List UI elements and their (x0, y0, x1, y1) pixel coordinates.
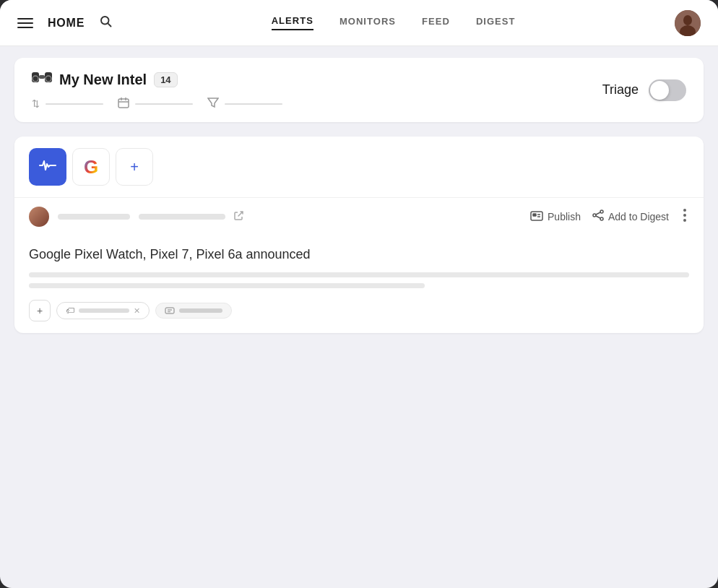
intel-left: My New Intel 14 ⇅ (32, 69, 282, 111)
tag-close-icon[interactable]: ✕ (134, 306, 140, 316)
svg-point-25 (683, 219, 686, 222)
article-card: G + (14, 137, 704, 333)
svg-line-21 (596, 212, 600, 215)
google-letter: G (84, 156, 98, 178)
sort-filter[interactable]: ⇅ (32, 98, 103, 109)
filter-line (225, 103, 282, 105)
triage-section: Triage (602, 79, 686, 101)
article-author-avatar (29, 207, 49, 227)
tag-item-1[interactable]: 🏷 ✕ (56, 302, 150, 319)
article-text-line-2 (29, 283, 425, 288)
home-label[interactable]: HOME (48, 17, 85, 30)
article-meta: Publish Add to Digest (14, 197, 704, 235)
add-to-digest-label: Add to Digest (608, 211, 669, 222)
more-options-button[interactable] (680, 209, 689, 225)
nav-feed[interactable]: FEED (422, 16, 450, 30)
filter-icon (207, 98, 219, 110)
add-source-button[interactable]: + (116, 148, 153, 186)
toggle-knob (650, 81, 669, 100)
header-left: HOME (17, 14, 112, 31)
avatar[interactable] (675, 10, 701, 36)
svg-point-23 (683, 209, 686, 212)
add-tag-button[interactable]: + (29, 300, 51, 321)
article-tags: + 🏷 ✕ (29, 300, 689, 321)
publish-label: Publish (548, 211, 581, 222)
tag-secondary-icon (165, 306, 175, 315)
svg-point-24 (683, 214, 686, 217)
intel-title: My New Intel (59, 72, 147, 88)
sort-line (46, 103, 103, 105)
nav-alerts[interactable]: ALERTS (272, 15, 313, 30)
article-body: Google Pixel Watch, Pixel 7, Pixel 6a an… (14, 235, 704, 333)
tag-text-line (79, 308, 129, 313)
card-sources: G + (14, 137, 704, 197)
nav-monitors[interactable]: MONITORS (339, 16, 396, 30)
publish-icon (530, 209, 543, 224)
search-icon[interactable] (99, 14, 112, 31)
article-actions: Publish Add to Digest (530, 209, 689, 225)
calendar-filter[interactable] (118, 97, 193, 111)
svg-rect-26 (165, 308, 174, 314)
nav-digest[interactable]: DIGEST (476, 16, 516, 30)
binoculars-icon (32, 69, 52, 90)
main-content: G + (0, 122, 718, 588)
tag-item-2[interactable] (155, 303, 232, 319)
article-title: Google Pixel Watch, Pixel 7, Pixel 6a an… (29, 247, 689, 262)
source-pulse-icon[interactable] (29, 148, 66, 186)
publish-button[interactable]: Publish (530, 209, 581, 224)
app-container: HOME ALERTS MONITORS FEED DIGEST (0, 0, 718, 588)
add-to-digest-button[interactable]: Add to Digest (592, 209, 669, 224)
calendar-icon (118, 97, 129, 111)
article-date (139, 214, 225, 220)
hamburger-icon[interactable] (17, 18, 33, 28)
svg-point-3 (683, 15, 692, 25)
intel-bar: My New Intel 14 ⇅ (14, 58, 704, 122)
external-link-icon[interactable] (234, 211, 243, 222)
intel-title-row: My New Intel 14 (32, 69, 282, 90)
header: HOME ALERTS MONITORS FEED DIGEST (0, 0, 718, 46)
source-google-icon[interactable]: G (72, 148, 110, 186)
header-nav: ALERTS MONITORS FEED DIGEST (272, 15, 516, 30)
article-author-name (58, 214, 130, 220)
svg-rect-15 (533, 214, 536, 216)
tag-filter[interactable] (207, 98, 282, 110)
triage-label: Triage (602, 82, 639, 98)
svg-line-22 (596, 216, 600, 218)
tag-secondary-text (179, 308, 222, 313)
share-icon (592, 209, 604, 224)
intel-filters: ⇅ (32, 97, 282, 111)
svg-rect-10 (118, 99, 129, 108)
svg-rect-7 (39, 75, 45, 79)
tag-icon: 🏷 (66, 306, 74, 316)
intel-badge: 14 (154, 72, 177, 87)
svg-line-1 (108, 23, 111, 26)
triage-toggle[interactable] (649, 79, 686, 101)
article-text-line-1 (29, 272, 689, 277)
avatar-image (675, 10, 701, 36)
calendar-line (135, 103, 193, 105)
pulse-wave-icon (38, 158, 57, 176)
sort-icon: ⇅ (32, 98, 40, 109)
